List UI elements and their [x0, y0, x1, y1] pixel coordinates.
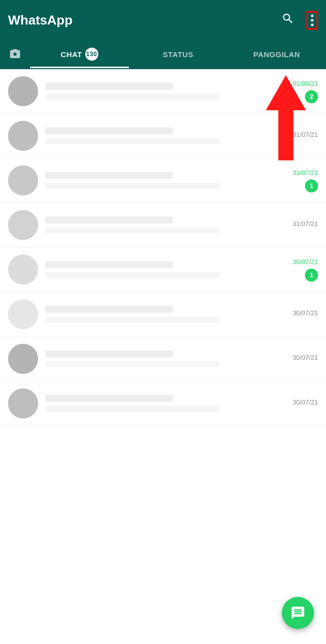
chat-name	[45, 261, 173, 268]
chat-message	[45, 94, 220, 100]
chat-name	[45, 306, 173, 313]
tab-status[interactable]: STATUS	[129, 40, 228, 68]
chat-meta: 30/07/21	[278, 398, 318, 409]
chat-item[interactable]: 31/07/21	[0, 114, 326, 158]
tab-chat[interactable]: CHAT 130	[30, 40, 129, 68]
chat-info	[45, 217, 278, 234]
chat-meta: 31/07/21	[278, 220, 318, 231]
chat-name	[45, 350, 173, 357]
chat-meta: 30/07/211	[278, 258, 318, 282]
chat-date: 30/07/21	[292, 354, 318, 361]
chat-message	[45, 361, 220, 367]
new-chat-fab[interactable]	[282, 597, 314, 629]
avatar	[8, 388, 38, 418]
chat-date: 30/07/21	[292, 309, 318, 317]
chat-date: 31/07/21	[292, 131, 318, 138]
chat-meta: 31/07/21	[278, 131, 318, 141]
avatar	[8, 121, 38, 151]
dot-2	[311, 19, 313, 22]
chat-message	[45, 228, 220, 234]
chat-item[interactable]: 30/07/211	[0, 248, 326, 292]
tab-status-label: STATUS	[163, 50, 194, 59]
dot-3	[311, 24, 313, 26]
chat-message	[45, 317, 220, 323]
chat-badge: 130	[85, 48, 98, 61]
chat-date: 30/07/21	[292, 398, 318, 406]
tab-chat-label: CHAT	[61, 50, 82, 59]
chat-item[interactable]: 31/07/211	[0, 158, 326, 203]
chat-message	[45, 183, 220, 189]
chat-item[interactable]: 31/07/21	[0, 203, 326, 248]
chat-meta: 30/07/21	[278, 354, 318, 364]
dot-1	[311, 15, 313, 17]
chat-info	[45, 395, 278, 412]
chat-meta: 31/07/211	[278, 169, 318, 192]
chat-item[interactable]: 01/08/212	[0, 69, 326, 114]
more-vert-icon[interactable]	[311, 15, 313, 26]
chat-date: 01/08/21	[292, 80, 318, 87]
chat-name	[45, 127, 173, 134]
unread-badge: 1	[305, 179, 318, 192]
tab-panggilan[interactable]: PANGGILAN	[227, 40, 326, 68]
chat-date: 31/07/21	[292, 169, 318, 176]
chat-item[interactable]: 30/07/21	[0, 337, 326, 381]
chat-message	[45, 406, 220, 412]
chat-name	[45, 395, 173, 402]
tab-bar: CHAT 130 STATUS PANGGILAN	[0, 40, 326, 69]
unread-badge: 1	[305, 269, 318, 282]
chat-list: 01/08/21231/07/2131/07/21131/07/2130/07/…	[0, 69, 326, 644]
menu-button[interactable]	[306, 11, 318, 30]
tab-panggilan-label: PANGGILAN	[253, 50, 300, 59]
chat-item[interactable]: 30/07/21	[0, 381, 326, 426]
search-icon[interactable]	[281, 12, 294, 29]
chat-date: 31/07/21	[292, 220, 318, 228]
app-title: WhatsApp	[8, 13, 281, 28]
chat-meta: 30/07/21	[278, 309, 318, 320]
chat-info	[45, 306, 278, 323]
header-actions	[281, 11, 318, 30]
avatar	[8, 344, 38, 374]
chat-info	[45, 172, 278, 189]
avatar	[8, 76, 38, 106]
unread-badge: 2	[305, 90, 318, 103]
avatar	[8, 299, 38, 329]
chat-info	[45, 261, 278, 278]
chat-message	[45, 138, 220, 144]
app-header: WhatsApp	[0, 0, 326, 40]
chat-info	[45, 83, 278, 100]
chat-info	[45, 127, 278, 144]
avatar	[8, 165, 38, 195]
avatar	[8, 210, 38, 240]
chat-meta: 01/08/212	[278, 80, 318, 103]
chat-info	[45, 350, 278, 367]
avatar	[8, 255, 38, 285]
chat-name	[45, 217, 173, 224]
chat-name	[45, 172, 173, 179]
chat-message	[45, 272, 220, 278]
camera-tab[interactable]	[0, 48, 30, 60]
chat-name	[45, 83, 173, 90]
chat-item[interactable]: 30/07/21	[0, 292, 326, 337]
chat-date: 30/07/21	[292, 258, 318, 266]
chat-icon	[290, 605, 305, 620]
